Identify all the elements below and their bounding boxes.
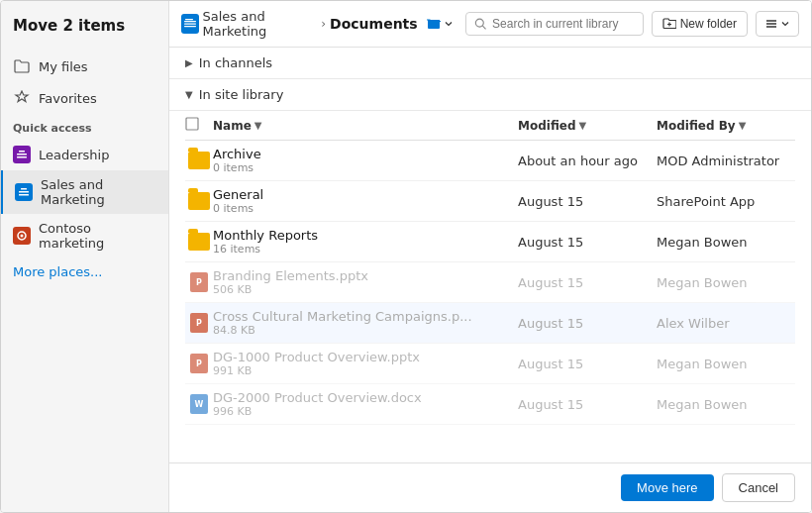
search-box[interactable] <box>465 12 644 36</box>
modified-by-sort-icon: ▼ <box>739 120 747 131</box>
modified-by-column-header[interactable]: Modified By ▼ <box>657 117 795 134</box>
modified-date: About an hour ago <box>518 154 657 168</box>
ppt-file-icon: P <box>185 354 213 373</box>
header: Sales and Marketing › Documents <box>169 1 811 48</box>
name-sort-icon: ▼ <box>254 120 262 131</box>
table-row[interactable]: Monthly Reports 16 items August 15 Megan… <box>185 222 795 262</box>
svg-rect-3 <box>19 191 29 193</box>
leadership-icon <box>13 146 31 163</box>
hamburger-icon <box>764 17 778 31</box>
svg-rect-4 <box>21 188 27 190</box>
table-header: Name ▼ Modified ▼ Modified By ▼ <box>185 111 795 141</box>
svg-rect-8 <box>184 21 196 22</box>
folder-icon <box>185 152 213 169</box>
in-channels-header[interactable]: ▶ In channels <box>169 48 811 79</box>
current-folder[interactable]: Documents <box>330 16 418 32</box>
footer: Move here Cancel <box>169 462 811 512</box>
in-channels-chevron: ▶ <box>185 57 193 68</box>
sidebar-item-contoso[interactable]: Contoso marketing <box>1 214 168 257</box>
svg-rect-19 <box>186 118 198 130</box>
modified-by: Alex Wilber <box>657 316 795 331</box>
chevron-down-icon <box>780 19 790 29</box>
modified-by: Megan Bowen <box>657 357 795 371</box>
folder-icon <box>185 233 213 251</box>
svg-rect-2 <box>17 156 27 158</box>
svg-rect-9 <box>185 19 193 20</box>
modified-date: August 15 <box>518 397 657 412</box>
file-meta: 506 KB <box>213 283 518 296</box>
star-icon <box>13 89 31 107</box>
folder-outline-icon <box>13 57 31 75</box>
modified-by: SharePoint App <box>657 194 795 209</box>
contoso-label: Contoso marketing <box>39 221 156 251</box>
file-meta: 991 KB <box>213 364 518 377</box>
file-name: DG-1000 Product Overview.pptx <box>213 350 518 364</box>
table-row[interactable]: P Branding Elements.pptx 506 KB August 1… <box>185 262 795 303</box>
dialog-title: Move 2 items <box>1 17 168 51</box>
modified-date: August 15 <box>518 357 657 371</box>
modified-by: MOD Administrator <box>657 154 795 168</box>
sales-marketing-label: Sales and Marketing <box>41 177 156 207</box>
file-name: Monthly Reports <box>213 228 518 243</box>
folder-dropdown[interactable] <box>422 14 457 34</box>
table-row[interactable]: W DG-2000 Product Overview.docx 996 KB A… <box>185 384 795 425</box>
modified-by: Megan Bowen <box>657 397 795 412</box>
site-name[interactable]: Sales and Marketing <box>203 9 318 39</box>
table-row[interactable]: Archive 0 items About an hour ago MOD Ad… <box>185 141 795 181</box>
sidebar-item-leadership[interactable]: Leadership <box>1 139 168 170</box>
new-folder-button[interactable]: New folder <box>652 11 748 37</box>
site-icon <box>181 14 199 34</box>
file-name: DG-2000 Product Overview.docx <box>213 390 518 405</box>
table-row[interactable]: General 0 items August 15 SharePoint App <box>185 181 795 222</box>
name-column-header[interactable]: Name ▼ <box>213 117 518 134</box>
file-name: Archive <box>213 147 518 161</box>
sidebar-item-sales-marketing[interactable]: Sales and Marketing <box>1 170 168 214</box>
main-content: Sales and Marketing › Documents <box>169 1 811 512</box>
folder-icon <box>185 192 213 210</box>
file-meta: 996 KB <box>213 405 518 418</box>
svg-line-13 <box>482 26 485 29</box>
svg-rect-5 <box>19 194 29 196</box>
modified-by: Megan Bowen <box>657 235 795 250</box>
in-site-library-chevron: ▼ <box>185 89 193 100</box>
sidebar: Move 2 items My files Favorites Quick ac… <box>1 1 169 512</box>
svg-rect-11 <box>184 26 196 27</box>
ppt-file-icon: P <box>185 272 213 292</box>
search-input[interactable] <box>492 17 635 31</box>
file-name: General <box>213 187 518 202</box>
ppt-file-icon: P <box>185 313 213 333</box>
contoso-icon <box>13 227 31 245</box>
table-row[interactable]: P Cross Cultural Marketing Campaigns.p..… <box>185 303 795 344</box>
svg-rect-1 <box>19 151 25 153</box>
move-here-button[interactable]: Move here <box>621 474 713 501</box>
sidebar-item-favorites[interactable]: Favorites <box>1 82 168 114</box>
sidebar-item-my-files[interactable]: My files <box>1 51 168 82</box>
my-files-label: My files <box>39 59 88 74</box>
favorites-label: Favorites <box>39 91 97 106</box>
breadcrumb: Sales and Marketing › Documents <box>181 9 457 39</box>
quick-access-label: Quick access <box>1 114 168 139</box>
cancel-button[interactable]: Cancel <box>722 473 795 502</box>
modified-date: August 15 <box>518 235 657 250</box>
file-meta: 84.8 KB <box>213 324 518 337</box>
file-name: Cross Cultural Marketing Campaigns.p... <box>213 309 518 324</box>
more-places-link[interactable]: More places... <box>1 257 168 286</box>
header-checkbox-col <box>185 117 213 134</box>
menu-button[interactable] <box>756 11 799 37</box>
svg-rect-10 <box>184 24 196 25</box>
modified-sort-icon: ▼ <box>579 120 587 131</box>
svg-point-7 <box>21 235 24 238</box>
sales-marketing-icon <box>15 183 33 201</box>
svg-point-12 <box>475 19 483 27</box>
table-row[interactable]: P DG-1000 Product Overview.pptx 991 KB A… <box>185 344 795 384</box>
file-meta: 16 items <box>213 243 518 256</box>
in-channels-label: In channels <box>199 55 272 70</box>
new-folder-icon <box>662 17 676 31</box>
in-site-library-header[interactable]: ▼ In site library <box>169 79 811 111</box>
file-meta: 0 items <box>213 161 518 174</box>
modified-column-header[interactable]: Modified ▼ <box>518 117 657 134</box>
modified-date: August 15 <box>518 316 657 331</box>
search-icon <box>474 17 486 31</box>
file-table-container: Name ▼ Modified ▼ Modified By ▼ Arc <box>169 111 811 462</box>
file-name: Branding Elements.pptx <box>213 268 518 283</box>
